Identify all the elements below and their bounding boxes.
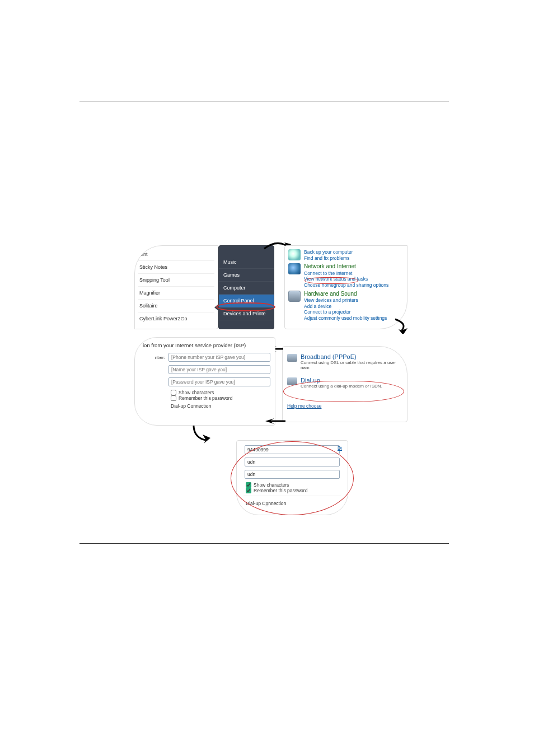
phone-label: nber: <box>140 355 165 360</box>
flow-arrow-5 <box>264 417 287 423</box>
option-dialup[interactable]: Dial-up Connect using a dial-up modem or… <box>286 375 404 393</box>
network-icon <box>288 263 301 274</box>
bottom-rule <box>79 543 449 544</box>
remember-password-label: Remember this password <box>179 395 232 401</box>
phone-input-filled[interactable] <box>245 445 340 454</box>
start-right-computer[interactable]: Computer <box>219 282 274 295</box>
remember-password-checkbox[interactable]: Remember this password <box>171 395 270 401</box>
link-mobility[interactable]: Adjust commonly used mobility settings <box>304 315 387 321</box>
start-item-sticky-notes[interactable]: Sticky Notes <box>135 262 218 272</box>
start-item-snipping-tool[interactable]: Snipping Tool <box>135 275 218 285</box>
start-right-control-panel[interactable]: Control Panel <box>219 295 274 307</box>
link-find-fix[interactable]: Find and fix problems <box>304 255 353 262</box>
dialup-icon <box>287 377 297 385</box>
remember-password-label-filled: Remember this password <box>254 488 307 493</box>
top-rule <box>79 101 449 101</box>
link-backup[interactable]: Back up your computer <box>304 249 353 255</box>
flow-arrow-2 <box>392 317 409 334</box>
broadband-sub: Connect using DSL or cable that requires… <box>301 360 402 370</box>
start-item-solitaire[interactable]: Solitaire <box>135 301 218 311</box>
system-icon <box>288 249 301 260</box>
help-me-choose-link[interactable]: Help me choose <box>286 403 404 409</box>
username-input-filled[interactable] <box>245 458 340 466</box>
remember-password-checkbox-filled[interactable]: Remember this password <box>246 488 344 493</box>
start-item-paint[interactable]: aint <box>135 246 218 259</box>
link-devices[interactable]: View devices and printers <box>304 297 387 304</box>
hardware-icon <box>288 291 301 302</box>
dialing-rules-link[interactable]: Di <box>338 445 342 451</box>
phone-input[interactable] <box>168 353 270 362</box>
dialup-form-empty: ion from your Internet service provider … <box>134 337 275 426</box>
password-input[interactable] <box>168 377 270 386</box>
link-projector[interactable]: Connect to a projector <box>304 309 387 315</box>
dialup-sub: Connect using a dial-up modem or ISDN. <box>301 384 382 389</box>
show-characters-label-filled: Show characters <box>254 482 289 488</box>
control-panel-categories: Back up your computer Find and fix probl… <box>284 245 407 329</box>
link-homegroup[interactable]: Choose homegroup and sharing options <box>304 282 388 288</box>
link-connect-internet[interactable]: Connect to the Internet <box>304 270 388 277</box>
link-view-status[interactable]: View network status and tasks <box>304 276 388 282</box>
broadband-icon <box>287 354 297 362</box>
broadband-title: Broadband (PPPoE) <box>301 353 402 360</box>
connection-type-panel: Broadband (PPPoE) Connect using DSL or c… <box>282 346 407 422</box>
dialup-title: Dial-up <box>301 377 382 384</box>
link-add-device[interactable]: Add a device <box>304 304 387 310</box>
connection-name-value: Dial-up Connection <box>171 401 270 409</box>
show-characters-checkbox-filled[interactable]: Show characters <box>246 482 344 488</box>
start-right-games[interactable]: Games <box>219 269 274 282</box>
username-input[interactable] <box>168 365 270 374</box>
start-item-cyberlink[interactable]: CyberLink Power2Go <box>135 314 218 324</box>
option-broadband[interactable]: Broadband (PPPoE) Connect using DSL or c… <box>286 351 404 375</box>
show-characters-label: Show characters <box>179 390 214 395</box>
start-item-magnifier[interactable]: Magnifier <box>135 288 218 298</box>
start-right-devices[interactable]: Devices and Printe <box>219 307 274 320</box>
flow-arrow-4 <box>189 423 210 444</box>
show-characters-checkbox[interactable]: Show characters <box>171 390 270 395</box>
password-input-filled[interactable] <box>245 470 340 479</box>
start-right-music[interactable]: Music <box>219 256 274 269</box>
heading-hardware[interactable]: Hardware and Sound <box>304 291 387 298</box>
start-menu-left: aint Sticky Notes Snipping Tool Magnifie… <box>134 245 218 329</box>
heading-network[interactable]: Network and Internet <box>304 263 388 270</box>
submenu-arrow-icon <box>214 305 218 310</box>
form-header: ion from your Internet service provider … <box>140 342 270 353</box>
dialup-form-filled: Di Show characters Remember this passwor… <box>236 440 348 515</box>
start-menu-right: Music Games Computer Control Panel Devic… <box>218 245 274 329</box>
connection-name-filled: Dial-up Connection <box>246 498 344 506</box>
